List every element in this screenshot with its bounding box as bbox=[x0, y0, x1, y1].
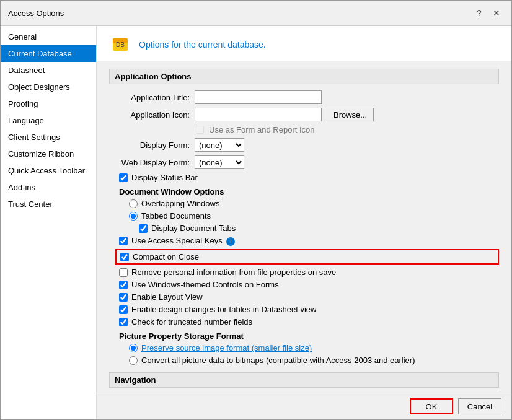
check-truncated-row: Check for truncated number fields bbox=[109, 317, 499, 326]
overlapping-windows-label: Overlapping Windows bbox=[141, 199, 219, 208]
display-status-bar-checkbox[interactable] bbox=[119, 173, 128, 182]
check-truncated-checkbox[interactable] bbox=[119, 318, 128, 326]
sidebar-item-proofing[interactable]: Proofing bbox=[1, 95, 96, 112]
web-display-form-label: Web Display Form: bbox=[109, 158, 190, 167]
title-bar-controls: ? ✕ bbox=[472, 6, 504, 20]
display-form-row: Display Form: (none) bbox=[109, 138, 499, 152]
display-document-tabs-checkbox[interactable] bbox=[139, 224, 148, 233]
display-status-bar-row: Display Status Bar bbox=[109, 173, 499, 182]
use-windows-themed-checkbox[interactable] bbox=[119, 281, 128, 289]
enable-layout-view-checkbox[interactable] bbox=[119, 293, 128, 302]
sidebar-item-quick-access-toolbar[interactable]: Quick Access Toolbar bbox=[1, 162, 96, 179]
access-options-dialog: Access Options ? ✕ General Current Datab… bbox=[0, 0, 512, 420]
app-title-input[interactable] bbox=[195, 90, 322, 104]
sidebar-item-client-settings[interactable]: Client Settings bbox=[1, 129, 96, 146]
svg-text:DB: DB bbox=[116, 42, 125, 48]
remove-personal-info-checkbox[interactable] bbox=[119, 268, 128, 277]
header-title-suffix: . bbox=[263, 40, 266, 50]
display-form-label: Display Form: bbox=[109, 141, 190, 150]
sidebar-item-add-ins[interactable]: Add-ins bbox=[1, 179, 96, 196]
preserve-source-label: Preserve source image format (smaller fi… bbox=[141, 343, 312, 352]
display-status-bar-label: Display Status Bar bbox=[131, 173, 198, 182]
display-document-tabs-label: Display Document Tabs bbox=[151, 224, 236, 233]
enable-design-changes-checkbox[interactable] bbox=[119, 305, 128, 314]
enable-layout-view-label: Enable Layout View bbox=[131, 292, 203, 302]
tabbed-documents-radio[interactable] bbox=[129, 212, 138, 221]
document-window-label: Document Window Options bbox=[119, 187, 499, 196]
app-title-row: Application Title: bbox=[109, 90, 499, 104]
sidebar: General Current Database Datasheet Objec… bbox=[1, 26, 97, 419]
close-button[interactable]: ✕ bbox=[489, 6, 504, 20]
use-access-special-keys-checkbox[interactable] bbox=[119, 237, 128, 245]
app-icon-input[interactable] bbox=[195, 108, 322, 121]
use-windows-themed-label: Use Windows-themed Controls on Forms bbox=[131, 280, 279, 289]
sidebar-item-trust-center[interactable]: Trust Center bbox=[1, 196, 96, 212]
sidebar-item-customize-ribbon[interactable]: Customize Ribbon bbox=[1, 146, 96, 162]
browse-button[interactable]: Browse... bbox=[327, 108, 374, 121]
enable-layout-view-row: Enable Layout View bbox=[109, 292, 499, 302]
sidebar-item-general[interactable]: General bbox=[1, 28, 96, 45]
picture-property-label: Picture Property Storage Format bbox=[119, 331, 499, 341]
use-access-special-keys-row: Use Access Special Keys i bbox=[109, 236, 499, 246]
convert-picture-row: Convert all picture data to bitmaps (com… bbox=[109, 356, 499, 365]
convert-picture-label: Convert all picture data to bitmaps (com… bbox=[141, 356, 415, 365]
sidebar-item-language[interactable]: Language bbox=[1, 112, 96, 129]
title-bar: Access Options ? ✕ bbox=[1, 1, 511, 26]
compact-on-close-row: Compact on Close bbox=[115, 249, 499, 265]
help-button[interactable]: ? bbox=[472, 6, 487, 20]
info-icon[interactable]: i bbox=[226, 237, 235, 246]
enable-design-changes-row: Enable design changes for tables in Data… bbox=[109, 305, 499, 314]
overlapping-windows-row: Overlapping Windows bbox=[109, 199, 499, 208]
web-display-form-select[interactable]: (none) bbox=[195, 155, 244, 169]
dialog-body: General Current Database Datasheet Objec… bbox=[1, 26, 511, 419]
tabbed-documents-row: Tabbed Documents bbox=[109, 211, 499, 221]
compact-on-close-checkbox[interactable] bbox=[120, 253, 129, 261]
convert-picture-radio[interactable] bbox=[129, 356, 138, 365]
app-title-label: Application Title: bbox=[109, 93, 190, 102]
header-title-prefix: Options for the bbox=[139, 40, 198, 50]
navigation-header: Navigation bbox=[109, 372, 499, 388]
use-access-special-keys-label: Use Access Special Keys i bbox=[131, 236, 235, 246]
display-form-select[interactable]: (none) bbox=[195, 138, 244, 152]
check-truncated-label: Check for truncated number fields bbox=[131, 317, 252, 326]
sidebar-item-current-database[interactable]: Current Database bbox=[1, 45, 96, 62]
preserve-source-radio[interactable] bbox=[129, 344, 138, 352]
database-icon: DB bbox=[109, 33, 131, 56]
enable-design-changes-label: Enable design changes for tables in Data… bbox=[131, 305, 316, 314]
cancel-button[interactable]: Cancel bbox=[458, 398, 501, 414]
remove-personal-info-label: Remove personal information from file pr… bbox=[131, 268, 336, 277]
use-as-form-row: Use as Form and Report Icon bbox=[109, 125, 499, 134]
footer: OK Cancel bbox=[97, 393, 511, 419]
header-title: Options for the current database. bbox=[139, 40, 266, 50]
remove-personal-info-row: Remove personal information from file pr… bbox=[109, 268, 499, 277]
main-content: DB Options for the current database. App… bbox=[97, 26, 511, 419]
display-document-tabs-row: Display Document Tabs bbox=[109, 224, 499, 233]
use-as-form-label: Use as Form and Report Icon bbox=[209, 125, 315, 134]
compact-on-close-label: Compact on Close bbox=[133, 252, 199, 261]
overlapping-windows-radio[interactable] bbox=[129, 199, 138, 208]
application-options-header: Application Options bbox=[109, 69, 499, 84]
web-display-form-row: Web Display Form: (none) bbox=[109, 155, 499, 169]
content-area: Application Options Application Title: A… bbox=[97, 61, 511, 393]
preserve-source-row: Preserve source image format (smaller fi… bbox=[109, 343, 499, 352]
dialog-title: Access Options bbox=[8, 9, 64, 18]
use-windows-themed-row: Use Windows-themed Controls on Forms bbox=[109, 280, 499, 289]
header-area: DB Options for the current database. bbox=[97, 26, 511, 61]
tabbed-documents-label: Tabbed Documents bbox=[141, 211, 211, 221]
sidebar-item-object-designers[interactable]: Object Designers bbox=[1, 79, 96, 95]
use-as-form-checkbox[interactable] bbox=[196, 126, 204, 134]
app-icon-row: Application Icon: Browse... bbox=[109, 108, 499, 121]
ok-button[interactable]: OK bbox=[410, 398, 453, 414]
app-icon-label: Application Icon: bbox=[109, 110, 190, 120]
header-title-highlight: current database bbox=[198, 40, 263, 50]
sidebar-item-datasheet[interactable]: Datasheet bbox=[1, 62, 96, 79]
